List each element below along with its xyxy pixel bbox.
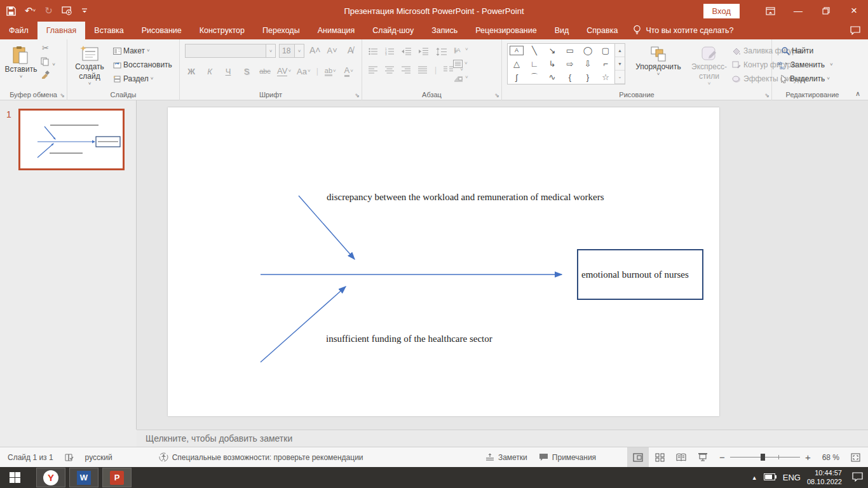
notes-pane[interactable]: Щелкните, чтобы добавить заметки (137, 430, 868, 447)
shape-curve[interactable]: ∿ (543, 71, 561, 84)
sign-in-button[interactable]: Вход (703, 4, 740, 18)
tab-view[interactable]: Вид (546, 22, 578, 39)
taskbar-powerpoint[interactable]: P (102, 468, 132, 487)
replace-button[interactable]: abac Заменить˅ (777, 58, 833, 71)
font-name-dropdown-icon[interactable]: ˅ (266, 44, 275, 57)
shape-triangle[interactable]: △ (508, 57, 526, 71)
cause-arrow-bottom[interactable] (261, 287, 346, 362)
font-size-combo[interactable]: 18 ˅ (279, 44, 304, 58)
start-button[interactable] (0, 467, 29, 488)
shape-scribble[interactable]: ʃ (508, 71, 526, 84)
customize-qat-icon[interactable] (81, 8, 88, 14)
slide-canvas[interactable]: discrepancy between the workload and rem… (137, 100, 868, 430)
tab-home[interactable]: Главная (37, 22, 86, 39)
tab-draw[interactable]: Рисование (133, 22, 191, 39)
zoom-level[interactable]: 68 % (817, 447, 845, 467)
close-button[interactable]: × (840, 0, 868, 22)
slide-sorter-view-button[interactable] (649, 447, 670, 467)
layout-button[interactable]: Макет˅ (113, 44, 150, 57)
shape-rectangle[interactable]: ▭ (561, 44, 579, 57)
clipboard-dialog-launcher[interactable]: ⇘ (60, 93, 65, 98)
slide-thumbnail[interactable] (18, 109, 125, 170)
effect-box[interactable]: emotional burnout of nurses (577, 249, 703, 300)
copy-button[interactable]: ˅ (41, 57, 55, 68)
shape-line[interactable]: ╲ (526, 44, 543, 57)
bold-button[interactable]: Ж (185, 64, 198, 78)
shapes-more-icon[interactable]: ⌄ (615, 71, 625, 84)
ribbon-display-options-icon[interactable] (756, 0, 784, 22)
reset-slide-button[interactable]: Восстановить (113, 58, 172, 71)
collapse-ribbon-icon[interactable]: ∧ (855, 90, 860, 98)
zoom-in-button[interactable]: + (805, 447, 817, 467)
start-slideshow-icon[interactable] (62, 6, 72, 15)
strikethrough-button[interactable]: abc (259, 64, 271, 78)
language-indicator[interactable]: русский (79, 447, 118, 467)
font-name-combo[interactable]: ˅ (185, 44, 276, 58)
shape-oval[interactable]: ◯ (579, 44, 597, 57)
cause-bottom-text[interactable]: insufficient funding of the healthcare s… (326, 334, 492, 344)
tray-expand-icon[interactable]: ▲ (752, 475, 757, 481)
tab-design[interactable]: Конструктор (191, 22, 254, 39)
shapes-scroll-up-icon[interactable]: ▲ (615, 44, 625, 57)
feedback-icon[interactable] (850, 22, 860, 39)
cause-top-text[interactable]: discrepancy between the workload and rem… (327, 192, 604, 203)
normal-view-button[interactable] (627, 447, 649, 467)
tab-file[interactable]: Файл (0, 22, 37, 39)
shape-star[interactable]: ☆ (597, 71, 614, 84)
undo-icon[interactable]: ↶˅ (25, 5, 36, 17)
change-case-button[interactable]: Aa˅ (297, 64, 311, 78)
restore-button[interactable] (812, 0, 840, 22)
cut-button[interactable]: ✂ (42, 43, 49, 53)
shape-arc[interactable]: ⌒ (526, 71, 543, 84)
tab-record[interactable]: Запись (423, 22, 466, 39)
comments-toggle[interactable]: Примечания (533, 447, 602, 467)
notes-placeholder[interactable]: Щелкните, чтобы добавить заметки (146, 433, 292, 444)
shape-elbow-connector[interactable]: ∟ (526, 57, 543, 71)
shape-text-box[interactable]: A (510, 46, 524, 55)
save-icon[interactable] (6, 6, 16, 16)
font-dialog-launcher[interactable]: ⇘ (355, 93, 360, 98)
slideshow-view-button[interactable] (692, 447, 714, 467)
italic-button[interactable]: К (203, 64, 216, 78)
tell-me-box[interactable]: Что вы хотите сделать? (627, 22, 740, 39)
shape-arrow[interactable]: ↘ (543, 44, 561, 57)
paste-button[interactable]: Вставить ˅ (5, 42, 37, 79)
minimize-button[interactable]: — (784, 0, 812, 22)
select-button[interactable]: Выделить˅ (781, 72, 830, 85)
accessibility-status[interactable]: Специальные возможности: проверьте реком… (153, 447, 369, 467)
taskbar-yandex-browser[interactable]: Y (36, 468, 65, 487)
zoom-out-button[interactable]: − (714, 447, 725, 467)
shape-corner[interactable]: ⌐ (597, 57, 614, 71)
slide-1[interactable]: discrepancy between the workload and rem… (168, 107, 719, 416)
tab-transitions[interactable]: Переходы (254, 22, 309, 39)
shapes-gallery[interactable]: A ╲ ↘ ▭ ◯ ▢ △ ∟ ↳ ⇨ ⇩ ⌐ ʃ ⌒ ∿ { } ☆ (507, 43, 615, 85)
shape-right-brace[interactable]: } (579, 71, 597, 84)
tab-review[interactable]: Рецензирование (466, 22, 546, 39)
underline-button[interactable]: Ч (222, 64, 234, 78)
battery-icon[interactable] (764, 473, 776, 482)
section-button[interactable]: Раздел˅ (113, 72, 153, 85)
shapes-scroll-down-icon[interactable]: ▼ (615, 57, 625, 71)
tab-help[interactable]: Справка (578, 22, 627, 39)
zoom-slider-handle[interactable] (761, 454, 765, 461)
drawing-dialog-launcher[interactable]: ⇘ (764, 93, 770, 98)
notes-toggle[interactable]: Заметки (480, 447, 533, 467)
font-size-dropdown-icon[interactable]: ˅ (294, 44, 304, 57)
taskbar-word[interactable]: W (69, 468, 98, 487)
fit-slide-button[interactable] (845, 447, 868, 467)
reading-view-button[interactable] (670, 447, 692, 467)
format-painter-button[interactable] (41, 70, 50, 81)
clock[interactable]: 10:44:57 08.10.2022 (807, 469, 842, 487)
tab-insert[interactable]: Вставка (85, 22, 132, 39)
tab-slideshow[interactable]: Слайд-шоу (363, 22, 423, 39)
new-slide-button[interactable]: Создать слайд ˅ (71, 42, 108, 86)
zoom-slider[interactable] (730, 457, 800, 458)
language-switcher[interactable]: ENG (783, 473, 801, 482)
text-shadow-button[interactable]: S (240, 64, 253, 78)
find-button[interactable]: Найти (781, 44, 813, 57)
action-center-icon[interactable] (852, 472, 863, 484)
paragraph-dialog-launcher[interactable]: ⇘ (494, 93, 499, 98)
shape-rounded-rectangle[interactable]: ▢ (597, 44, 614, 57)
character-spacing-button[interactable]: AV˅ (277, 64, 291, 78)
shape-left-brace[interactable]: { (561, 71, 579, 84)
